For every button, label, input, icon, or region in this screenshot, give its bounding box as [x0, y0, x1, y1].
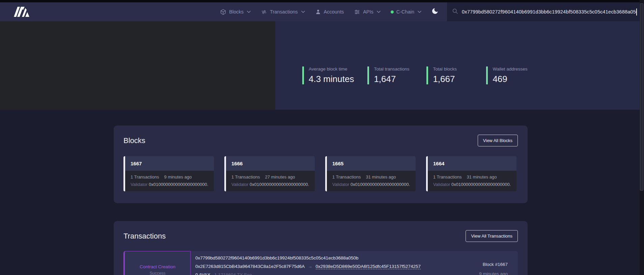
scrollbar-thumb[interactable]	[640, 3, 643, 191]
validator-label: Validator	[332, 182, 349, 187]
block-cards: 1667 1 Transactions 9 minutes ago Valida…	[123, 156, 518, 191]
stat-wallet-addresses: Wallet addresses 469	[486, 66, 527, 84]
theme-toggle-button[interactable]	[431, 7, 439, 16]
person-icon	[315, 9, 321, 15]
sliders-icon	[354, 9, 360, 15]
block-number[interactable]: 1666	[231, 161, 243, 166]
block-card-header: 1664	[428, 156, 516, 171]
transaction-row: Contract Creation Success 0x7799bd580272…	[123, 251, 518, 275]
stat-value: 1,667	[433, 74, 473, 84]
block-card[interactable]: 1667 1 Transactions 9 minutes ago Valida…	[123, 156, 214, 191]
blocks-header: Blocks View All Blocks	[123, 135, 518, 146]
block-number[interactable]: 1665	[332, 161, 343, 166]
nav-item-apis[interactable]: APIs	[354, 9, 381, 15]
block-time-ago: 27 minutes ago	[265, 174, 295, 180]
transactions-header: Transactions View All Transactions	[123, 230, 518, 242]
from-address-link[interactable]: 0x2E7263d815CbB43a9647843C8a1e2F5c87F75d…	[195, 264, 305, 269]
block-number[interactable]: 1667	[131, 161, 142, 166]
chain-status-dot	[391, 10, 394, 13]
transactions-title: Transactions	[123, 232, 166, 241]
hero-banner: Average block time 4.3 minutes Total tra…	[0, 21, 644, 110]
block-card-body: 1 Transactions 27 minutes ago Validator …	[226, 171, 315, 191]
nav-item-chain-selector[interactable]: C-Chain	[391, 9, 421, 15]
block-card-body: 1 Transactions 31 minutes ago Validator …	[428, 171, 516, 191]
block-card[interactable]: 1664 1 Transactions 31 minutes ago Valid…	[426, 156, 516, 191]
hero-background	[0, 21, 275, 110]
blocks-section: Blocks View All Blocks 1667 1 Transactio…	[114, 126, 528, 203]
block-card[interactable]: 1665 1 Transactions 31 minutes ago Valid…	[325, 156, 416, 191]
to-address-link[interactable]: 0x2938eD5D869e50DA6f125dfc45F13157f52742…	[316, 264, 421, 269]
transaction-amount: 0 AVAX	[195, 272, 211, 275]
block-card-body: 1 Transactions 31 minutes ago Validator …	[327, 171, 416, 191]
text-caret	[636, 8, 637, 16]
transaction-type-cell[interactable]: Contract Creation Success	[123, 251, 191, 275]
nav-item-label: APIs	[363, 9, 373, 15]
nav-item-blocks[interactable]: Blocks	[220, 9, 251, 15]
avalanche-logo[interactable]	[13, 6, 32, 18]
transaction-time-ago: 9 minutes ago	[464, 271, 508, 275]
block-time-ago: 31 minutes ago	[366, 174, 396, 180]
page-scrollbar[interactable]	[640, 0, 644, 275]
arrow-right-icon: →	[308, 264, 312, 269]
stat-value: 1,647	[374, 74, 413, 84]
nav-menu: Blocks Transactions	[220, 9, 421, 15]
block-number[interactable]: 1664	[433, 161, 444, 166]
validator-label: Validator	[433, 182, 450, 187]
validator-address[interactable]: 0x0100000000000000000000...	[149, 182, 208, 187]
search-input[interactable]	[462, 9, 636, 15]
chevron-down-icon	[377, 10, 381, 13]
navbar: Blocks Transactions	[0, 2, 640, 21]
chevron-down-icon	[418, 10, 421, 13]
chevron-down-icon	[301, 10, 305, 13]
block-card-body: 1 Transactions 9 minutes ago Validator 0…	[125, 171, 214, 191]
stat-value: 469	[493, 74, 527, 84]
nav-item-label: Transactions	[270, 9, 298, 15]
transaction-hash-link[interactable]: 0x7799bd580272f9604140b6991d3bb6c19924bf…	[195, 255, 358, 260]
nav-item-transactions[interactable]: Transactions	[261, 9, 305, 15]
view-all-blocks-button[interactable]: View All Blocks	[478, 135, 518, 146]
chevron-down-icon	[247, 10, 251, 13]
block-tx-count: 1 Transactions	[433, 174, 462, 180]
stat-value: 4.3 minutes	[309, 74, 354, 84]
stat-label: Total transactions	[374, 66, 413, 72]
transaction-meta: Block #1667 9 minutes ago	[464, 251, 518, 275]
block-tx-count: 1 Transactions	[231, 174, 260, 180]
block-card[interactable]: 1666 1 Transactions 27 minutes ago Valid…	[224, 156, 315, 191]
view-all-transactions-button[interactable]: View All Transactions	[466, 230, 518, 242]
transaction-details: 0x7799bd580272f9604140b6991d3bb6c19924bf…	[191, 251, 464, 275]
transaction-status: Success	[149, 271, 165, 275]
search-icon	[452, 8, 458, 16]
block-time-ago: 9 minutes ago	[164, 174, 192, 180]
transactions-section: Transactions View All Transactions Contr…	[114, 221, 528, 275]
blocks-title: Blocks	[123, 136, 145, 145]
nav-item-label: Blocks	[229, 9, 244, 15]
stat-total-blocks: Total blocks 1,667	[426, 66, 473, 84]
nav-item-accounts[interactable]: Accounts	[315, 9, 344, 15]
block-time-ago: 31 minutes ago	[467, 174, 497, 180]
transaction-type: Contract Creation	[140, 264, 175, 269]
block-card-header: 1667	[125, 156, 214, 171]
moon-icon	[431, 7, 439, 16]
transaction-fee: 1.1718604 TX Fee	[214, 272, 252, 275]
top-strip	[0, 0, 644, 2]
cube-icon	[220, 9, 226, 15]
stat-total-transactions: Total transactions 1,647	[367, 66, 413, 84]
stat-label: Wallet addresses	[493, 66, 527, 72]
block-card-header: 1665	[327, 156, 416, 171]
stats-panel: Average block time 4.3 minutes Total tra…	[275, 40, 640, 110]
block-tx-count: 1 Transactions	[332, 174, 361, 180]
stat-label: Average block time	[309, 66, 354, 72]
validator-address[interactable]: 0x0100000000000000000000...	[250, 182, 309, 187]
nav-item-label: Accounts	[324, 9, 344, 15]
validator-address[interactable]: 0x0100000000000000000000...	[351, 182, 410, 187]
stat-average-block-time: Average block time 4.3 minutes	[302, 66, 354, 84]
stat-label: Total blocks	[433, 66, 473, 72]
block-card-header: 1666	[226, 156, 315, 171]
validator-address[interactable]: 0x0100000000000000000000...	[451, 182, 511, 187]
validator-label: Validator	[131, 182, 147, 187]
search-bar	[447, 2, 640, 21]
swap-arrows-icon	[261, 9, 267, 15]
block-link[interactable]: Block #1667	[464, 262, 508, 267]
block-tx-count: 1 Transactions	[131, 174, 159, 180]
validator-label: Validator	[231, 182, 248, 187]
